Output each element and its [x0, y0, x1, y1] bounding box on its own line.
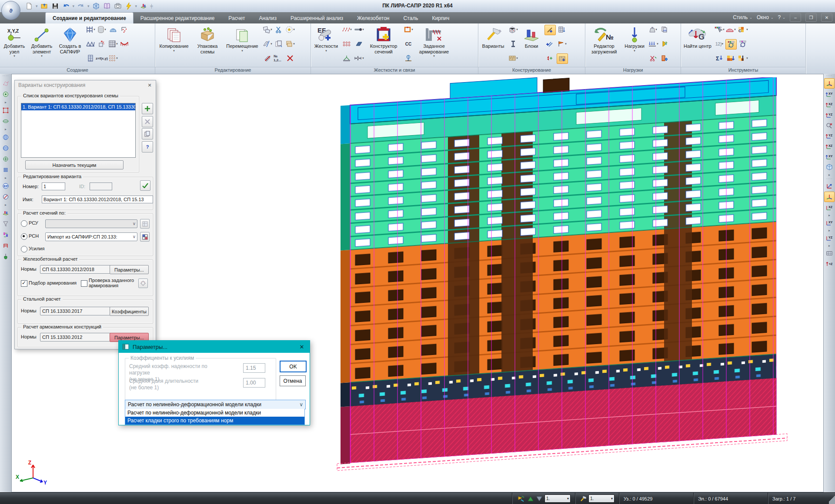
steel-norm-combo[interactable]: СП 16.13330.2017∨	[40, 307, 114, 315]
steel-ibeam-icon-button[interactable]	[508, 39, 518, 49]
blocks-3d-button[interactable]	[139, 1, 148, 11]
loadcase-editor-button[interactable]: № Редактор загружений	[587, 25, 621, 67]
mosaic-pen-icon-button[interactable]: ▾	[738, 53, 748, 63]
loadcase-combo[interactable]: 1.▾	[544, 494, 571, 503]
left-tool-polyline-button[interactable]	[1, 79, 10, 88]
add-node-button[interactable]: X,Y,Z Добавить узел▾	[2, 25, 27, 67]
sheets-icon-button[interactable]: ▾	[285, 39, 295, 49]
arch-icon-button[interactable]	[119, 39, 130, 49]
crack-add-icon-button[interactable]	[544, 25, 556, 35]
refresh-alt-icon-button[interactable]	[738, 39, 748, 49]
flyout-arrow[interactable]: ▸	[5, 127, 7, 131]
masonry-icon-button[interactable]: ▾	[508, 53, 518, 63]
concrete-cube-icon-button[interactable]: ▾	[508, 25, 518, 34]
name-field[interactable]: Вариант 1: СП 63.13330.2012/2018, СП 15.…	[42, 196, 153, 203]
links-arrows-icon-button[interactable]: ▾	[341, 25, 352, 34]
rsn-combo[interactable]: Импорт из САПФИР:СП 20.133: ∨	[45, 232, 137, 241]
new-document-button[interactable]	[24, 1, 34, 11]
dialog-close-button[interactable]: ✕	[146, 82, 153, 89]
left-tool-stiffness-filter-button[interactable]: EF	[1, 181, 10, 191]
rc-params-button[interactable]: Параметры...	[110, 265, 149, 274]
tab-calculation[interactable]: Расчет	[221, 13, 252, 23]
copy-fragment-icon-button[interactable]	[274, 39, 284, 49]
tab-create-edit[interactable]: Создание и редактирование	[45, 12, 134, 23]
book-button[interactable]	[102, 1, 112, 11]
flyout-arrow[interactable]: ▸	[828, 229, 830, 232]
find-center-button[interactable]: G Найти центр	[683, 25, 712, 67]
plus-z-button[interactable]: +Z	[825, 259, 834, 269]
toolbar-handle[interactable]: ····	[826, 75, 833, 77]
dashed-grid-icon-button[interactable]: ▾	[108, 53, 118, 63]
lines-add-icon-button[interactable]	[544, 39, 555, 49]
left-tool-target-button[interactable]	[1, 154, 10, 164]
left-tool-select-line-button[interactable]	[1, 116, 10, 126]
measure-cursor-icon-button[interactable]: ▾	[714, 25, 725, 34]
check-reinforcement-checkbox[interactable]	[81, 280, 87, 287]
flyout-arrow[interactable]: ▸	[5, 176, 7, 180]
view-xy-button[interactable]: XY	[825, 90, 834, 99]
pile-icon-button[interactable]	[403, 53, 414, 63]
block-table-icon-button[interactable]	[557, 25, 567, 34]
style-menu[interactable]: Стиль⌄	[733, 14, 752, 20]
rsu-radio[interactable]	[21, 220, 27, 227]
rsu-combo[interactable]: ∨	[45, 219, 137, 228]
view-isometric-2-button[interactable]	[824, 192, 835, 202]
rsn-radio[interactable]	[21, 233, 27, 240]
truss-icon-button[interactable]	[85, 39, 96, 49]
node-hinge-icon-button[interactable]: ▾	[354, 53, 364, 63]
design-variants-button[interactable]: Варианты	[480, 25, 506, 67]
params-dialog-title-bar[interactable]: Параметры...	[119, 341, 310, 353]
frame-tower-icon-button[interactable]	[85, 53, 96, 63]
view-xz-back-button[interactable]: XZ	[825, 142, 834, 151]
erase-icon-button[interactable]	[285, 53, 295, 63]
mosaic-diagram-icon-button[interactable]: ▾	[725, 25, 736, 34]
plate-joint-icon-button[interactable]	[354, 39, 364, 49]
scissors-icon-button[interactable]	[274, 25, 284, 34]
number-field[interactable]: 1	[42, 182, 65, 190]
masonry-calc-icon-button[interactable]	[557, 53, 568, 64]
toolbar-handle[interactable]: ····	[3, 75, 9, 77]
cc-union-icon-button[interactable]: CC	[403, 39, 414, 49]
springs-icon-button[interactable]	[341, 39, 352, 49]
waffle-slab-icon-button[interactable]: ▾	[108, 39, 118, 49]
left-tool-sphere-v-button[interactable]	[1, 133, 10, 142]
cut-loads-icon-button[interactable]	[648, 53, 658, 63]
dropdown-caret[interactable]: ▾	[87, 4, 90, 8]
add-element-button[interactable]: Добавить элемент▾	[29, 25, 55, 67]
beam-end-icon-button[interactable]: ▾	[354, 25, 364, 34]
save-button[interactable]	[50, 1, 60, 11]
left-tool-select-frame-button[interactable]	[1, 106, 10, 115]
variant-hammer-icon[interactable]	[580, 495, 587, 502]
app-logo-icon[interactable]: ϑ	[1, 1, 20, 20]
fragment-flag-icon-button[interactable]: ▾	[557, 39, 567, 49]
close-button[interactable]: ✕	[821, 13, 832, 22]
blocks-button[interactable]: Блоки	[520, 25, 543, 67]
redo-button[interactable]	[76, 1, 86, 11]
fragment-grid-button[interactable]	[825, 249, 834, 258]
select-region-icon-button[interactable]: ▾	[285, 25, 295, 34]
tab-analysis[interactable]: Анализ	[252, 13, 284, 23]
numbering-icon-button[interactable]: 12)▾	[714, 39, 725, 49]
dropdown-caret[interactable]: ▾	[73, 4, 75, 8]
projection-xy-button[interactable]: XY	[825, 218, 834, 228]
loads-button[interactable]: Нагрузки▾	[623, 25, 646, 67]
set-current-button[interactable]: Назначить текущим	[25, 160, 124, 169]
edit-diamond-icon-button[interactable]	[659, 39, 670, 49]
dome-icon-button[interactable]	[108, 25, 118, 34]
restore-button[interactable]: ❐	[805, 13, 817, 22]
model-view-button[interactable]	[91, 1, 101, 11]
window-menu-item[interactable]: Окно⌄	[757, 14, 774, 20]
cancel-button[interactable]: Отмена	[280, 375, 306, 386]
rotate-view-button[interactable]	[825, 181, 834, 191]
dialog-title-bar[interactable]: Варианты конструирования	[15, 80, 156, 90]
surface-function-icon-button[interactable]: z=f(x,y)	[97, 53, 107, 63]
left-tool-compass-button[interactable]	[1, 192, 10, 202]
open-file-button[interactable]	[40, 1, 49, 11]
move-button[interactable]: Перемещение▾	[224, 25, 261, 67]
rc-norm-combo[interactable]: СП 63.13330.2012/2018∨	[40, 265, 114, 274]
tab-advanced-analysis[interactable]: Расширенный анализ	[284, 13, 350, 23]
id-field[interactable]	[90, 182, 112, 190]
sum-loads-icon-button[interactable]: Σ	[714, 53, 725, 63]
apply-variant-button[interactable]	[140, 180, 150, 191]
safety-factor-field[interactable]: 1.15	[243, 363, 265, 373]
